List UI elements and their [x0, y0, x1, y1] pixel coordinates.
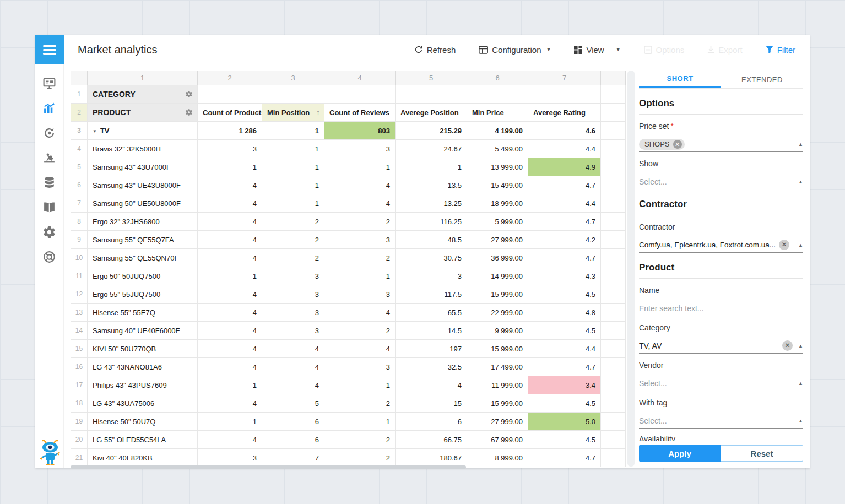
value-cell[interactable]: 2 [324, 322, 396, 340]
configuration-button[interactable]: Configuration ▼ [479, 45, 551, 55]
product-name-cell[interactable]: ▼TV [88, 122, 198, 140]
value-cell[interactable]: 9 999.00 [467, 322, 528, 340]
value-cell[interactable]: 4.7 [528, 213, 601, 231]
row-number[interactable]: 19 [71, 413, 88, 431]
category-cell[interactable]: CATEGORY [88, 85, 198, 104]
product-name-cell[interactable]: Samsung 55" QE55Q7FA [88, 231, 198, 249]
row-number[interactable]: 1 [71, 85, 88, 104]
column-header-7[interactable]: 7 [528, 71, 601, 85]
row-number[interactable]: 6 [71, 176, 88, 194]
row-number[interactable]: 21 [71, 449, 88, 467]
value-cell[interactable]: 15 999.00 [467, 285, 528, 304]
column-header-1[interactable]: 1 [88, 71, 198, 85]
clear-icon[interactable]: ✕ [782, 340, 793, 351]
horizontal-scrollbar[interactable] [71, 465, 466, 469]
product-name-cell[interactable]: LG 43" 43NANO81A6 [88, 358, 198, 376]
value-cell[interactable]: 4 [198, 231, 262, 249]
value-cell[interactable]: 3 [324, 140, 396, 158]
row-number[interactable]: 4 [71, 140, 88, 158]
product-name-cell[interactable]: Samsung 50" UE50U8000F [88, 194, 198, 213]
name-input[interactable]: Enter search text... [639, 301, 803, 316]
product-name-cell[interactable]: Ergo 50" 50JUQ7500 [88, 267, 198, 285]
value-cell[interactable]: 4.5 [528, 431, 601, 449]
sidebar-item-settings[interactable] [41, 225, 58, 239]
product-name-cell[interactable]: Hisense 50" 50U7Q [88, 413, 198, 431]
chip-remove-icon[interactable]: ✕ [673, 140, 682, 149]
value-cell[interactable]: 5 499.00 [467, 140, 528, 158]
row-number[interactable]: 13 [71, 304, 88, 322]
value-cell[interactable]: 4.4 [528, 340, 601, 358]
gear-icon[interactable] [185, 109, 193, 116]
metric-header[interactable]: Averege Position [396, 104, 467, 122]
value-cell[interactable]: 4.9 [528, 158, 601, 176]
value-cell[interactable]: 4 [198, 304, 262, 322]
value-cell[interactable]: 3 [324, 231, 396, 249]
product-name-cell[interactable]: KIVI 50" 50U770QB [88, 340, 198, 358]
sort-ascending-icon[interactable]: ↑ [316, 108, 320, 117]
value-cell[interactable]: 27 999.00 [467, 231, 528, 249]
sidebar-item-catalog[interactable] [41, 200, 58, 214]
row-number[interactable]: 7 [71, 194, 88, 213]
value-cell[interactable]: 1 286 [198, 122, 262, 140]
row-number[interactable]: 16 [71, 358, 88, 376]
value-cell[interactable]: 4 [198, 358, 262, 376]
value-cell[interactable]: 4 [262, 376, 324, 394]
value-cell[interactable]: 7 [262, 449, 324, 467]
value-cell[interactable]: 4.3 [528, 267, 601, 285]
product-name-cell[interactable]: Ergo 55" 55JUQ7500 [88, 285, 198, 304]
value-cell[interactable]: 180.67 [396, 449, 467, 467]
value-cell[interactable]: 27 999.00 [467, 413, 528, 431]
empty-cell[interactable] [601, 213, 626, 231]
value-cell[interactable]: 4 [324, 194, 396, 213]
column-header-6[interactable]: 6 [467, 71, 528, 85]
sidebar-item-dashboard[interactable] [41, 76, 58, 90]
vendor-select[interactable]: Select... ▲ [639, 376, 803, 391]
value-cell[interactable]: 3 [262, 304, 324, 322]
empty-cell[interactable] [601, 249, 626, 267]
value-cell[interactable]: 15 999.00 [467, 394, 528, 413]
value-cell[interactable]: 803 [324, 122, 396, 140]
empty-cell[interactable] [262, 85, 324, 104]
row-number[interactable]: 17 [71, 376, 88, 394]
with-tag-select[interactable]: Select... ▲ [639, 413, 803, 429]
value-cell[interactable]: 15 999.00 [467, 340, 528, 358]
product-name-cell[interactable]: Samsung 43" 43U7000F [88, 158, 198, 176]
tab-short[interactable]: SHORT [639, 71, 721, 88]
value-cell[interactable]: 4.2 [528, 231, 601, 249]
value-cell[interactable]: 1 [262, 158, 324, 176]
row-number[interactable]: 12 [71, 285, 88, 304]
value-cell[interactable]: 1 [324, 267, 396, 285]
value-cell[interactable]: 48.5 [396, 231, 467, 249]
row-number[interactable]: 3 [71, 122, 88, 140]
product-name-cell[interactable]: Samsung 55" QE55QN70F [88, 249, 198, 267]
column-header-4[interactable]: 4 [324, 71, 396, 85]
empty-cell[interactable] [601, 194, 626, 213]
value-cell[interactable]: 4 [198, 340, 262, 358]
value-cell[interactable]: 13 999.00 [467, 158, 528, 176]
value-cell[interactable]: 1 [324, 376, 396, 394]
value-cell[interactable]: 3 [198, 140, 262, 158]
value-cell[interactable]: 4 199.00 [467, 122, 528, 140]
empty-cell[interactable] [601, 285, 626, 304]
value-cell[interactable]: 4 [324, 304, 396, 322]
value-cell[interactable]: 4 [198, 431, 262, 449]
empty-cell[interactable] [601, 85, 626, 104]
row-number[interactable]: 9 [71, 231, 88, 249]
empty-cell[interactable] [601, 431, 626, 449]
value-cell[interactable]: 1 [324, 413, 396, 431]
value-cell[interactable]: 4 [324, 340, 396, 358]
value-cell[interactable]: 2 [324, 449, 396, 467]
empty-cell[interactable] [601, 104, 626, 122]
sidebar-item-data[interactable] [41, 175, 58, 189]
value-cell[interactable]: 17 499.00 [467, 358, 528, 376]
value-cell[interactable]: 32.5 [396, 358, 467, 376]
empty-cell[interactable] [601, 231, 626, 249]
empty-cell[interactable] [324, 85, 396, 104]
value-cell[interactable]: 6 [262, 431, 324, 449]
value-cell[interactable]: 1 [262, 122, 324, 140]
value-cell[interactable]: 1 [396, 158, 467, 176]
value-cell[interactable]: 4.8 [528, 304, 601, 322]
value-cell[interactable]: 65.5 [396, 304, 467, 322]
show-select[interactable]: Select... ▲ [639, 174, 803, 189]
row-number[interactable]: 8 [71, 213, 88, 231]
